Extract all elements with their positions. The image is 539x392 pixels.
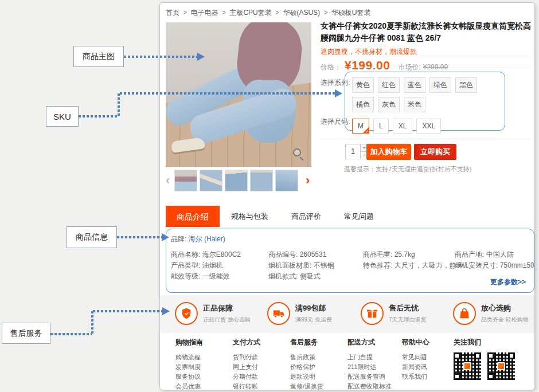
annotation-arrow-line [79,115,118,117]
more-params-link[interactable]: 更多参数>> [490,277,526,287]
zoom-magnifier-icon[interactable] [293,148,304,160]
service-desc: 正品行货 放心选购 [203,316,251,324]
breadcrumb-item[interactable]: 电子电器 [191,9,230,17]
footer-link[interactable]: 售后政策 [290,352,323,362]
footer-link[interactable]: 发票制度 [175,362,203,372]
annotation-arrow-line [124,56,197,58]
footer-link[interactable]: 网上支付 [233,362,260,372]
info-column-4: 商品产地: 中国大陆烟机安装尺寸: 750mm±50mm (烟... [455,249,534,271]
size-option[interactable]: L [373,119,389,134]
series-option[interactable]: 灰色 [378,97,400,112]
breadcrumb-item[interactable]: 华硕(ASUS) [283,9,331,17]
footer-link[interactable]: 分期付款 [233,372,260,382]
service-title: 正品保障 [203,303,251,313]
product-main-image[interactable] [166,22,311,167]
price-label: 价格： [321,63,341,71]
return-policy-tip: 温馨提示：支持7天无理由退货(拆封后不支持) [344,165,471,174]
thumbnail-5[interactable] [275,170,298,191]
footer-link[interactable]: 购物流程 [175,352,203,362]
footer-link[interactable]: 配送服务查询 [347,372,392,382]
annotation-main-image: 商品主图 [73,46,124,67]
market-price-label: 市场价: [398,63,420,71]
footer-link[interactable]: 价格保护 [290,362,323,372]
info-item: 商品产地: 中国大陆 [455,249,534,260]
thumbnails-prev-icon[interactable]: ‹ [166,173,170,189]
info-item: 烟机面板材质: 不锈钢 [268,260,334,271]
annotation-arrowhead [162,307,170,315]
footer-link[interactable]: 银行转帐 [233,382,260,390]
tab-product-intro[interactable]: 商品介绍 [166,206,220,227]
annotation-product-info: 商品信息 [67,226,117,248]
annotation-arrow-line [91,311,93,335]
gift-box-icon [361,302,384,325]
footer-link[interactable]: 返修/退换货 [290,382,323,390]
footer-link[interactable]: 会员优惠 [175,382,203,390]
series-option[interactable]: 红色 [378,77,400,93]
size-option[interactable]: XXL [416,119,441,134]
footer-link[interactable]: 服务协议 [175,372,203,382]
series-option[interactable]: 蓝色 [404,77,425,93]
breadcrumb-item[interactable]: 首页 [166,9,191,17]
service-desc: 品类齐全 轻松购物 [481,316,529,324]
footer-link[interactable]: 配送费收取标准 [347,382,392,390]
brand-label: 品牌: [171,235,186,243]
market-price: ¥299.00 [423,63,448,71]
service-after-sales: 售后无忧 7天无理由退货 [361,302,427,325]
series-option[interactable]: 绿色 [429,77,451,93]
series-option[interactable]: 米色 [404,97,425,112]
truck-icon [267,302,290,325]
footer-link[interactable]: 上门自提 [347,352,392,362]
tab-faq[interactable]: 常见问题 [333,206,385,227]
footer-col-title: 关注我们 [454,338,515,347]
footer-col-delivery: 配送方式 上门自提211限时达配送服务查询配送费收取标准海外配送 [347,338,392,390]
footer-link[interactable]: 联系我们 [402,372,429,382]
thumbnail-1[interactable] [174,170,197,191]
current-price: ¥199.00 [345,58,390,72]
series-option[interactable]: 橘色 [352,97,374,112]
info-item: 产品类型: 油烟机 [171,260,241,271]
qr-logo [497,362,505,370]
footer-link[interactable]: 常见问题 [402,352,429,362]
buy-now-button[interactable]: 立即购买 [414,144,456,160]
annotation-arrowhead [335,89,342,97]
series-option[interactable]: 黄色 [352,77,374,93]
service-easy-shopping: 放心选购 品类齐全 轻松购物 [453,302,529,325]
series-option[interactable]: 黑色 [455,77,477,93]
service-authentic: 正品保障 正品行货 放心选购 [175,302,251,325]
info-item: 商品名称: 海尔E800C2 [171,249,241,260]
info-item: 能效等级: 一级能效 [171,271,241,282]
footer-link[interactable]: 退款说明 [290,372,323,382]
series-options: 黄色红色蓝色绿色黑色橘色灰色米色 [352,77,500,112]
qr-code [487,352,515,380]
product-info-box: 品牌: 海尔 (Haier) 商品名称: 海尔E800C2产品类型: 油烟机能效… [166,229,534,293]
tab-spec-packaging[interactable]: 规格与包装 [220,206,280,227]
footer-link[interactable]: 货到付款 [233,352,260,362]
thumbnail-3[interactable] [225,170,248,191]
info-item: 特色推荐: 大尺寸，大吸力，静音... [363,260,469,271]
size-option[interactable]: M [352,119,369,134]
footer-col-payment: 支付方式 货到付款网上支付分期付款银行转帐 [233,338,260,390]
quantity-input[interactable]: 1 [345,144,361,159]
breadcrumb-item[interactable]: 主板CPU套装 [229,9,283,17]
footer-link[interactable]: 211限时达 [347,362,392,372]
footer-link[interactable]: 新闻资讯 [402,362,429,372]
size-option[interactable]: XL [393,119,413,134]
qr-logo [463,362,471,370]
footer-col-title: 帮助中心 [402,338,429,347]
thumbnails-next-icon[interactable]: › [306,173,310,189]
sku-selection-box: 黄色红色蓝色绿色黑色橘色灰色米色 MLXLXXL [345,72,505,131]
brand-link[interactable]: 海尔 (Haier) [189,235,225,243]
thumbnail-4[interactable] [250,170,273,191]
annotation-arrowhead [162,233,169,241]
thumbnail-2[interactable] [200,170,222,191]
info-column-3: 商品毛重: 25.7kg特色推荐: 大尺寸，大吸力，静音... [363,249,469,271]
info-item: 烟机安装尺寸: 750mm±50mm (烟... [455,260,534,271]
annotation-arrow-line [50,333,92,335]
info-item: 烟机款式: 侧吸式 [268,271,334,282]
product-page-panel: 首页电子电器主板CPU套装华硕(ASUS)华硕板U套装 ‹ [159,2,535,390]
service-desc: 7天无理由退货 [389,316,427,324]
tab-reviews[interactable]: 商品评价 [280,206,333,227]
breadcrumb-item[interactable]: 华硕板U套装 [331,9,371,17]
canvas: 首页电子电器主板CPU套装华硕(ASUS)华硕板U套装 ‹ [0,0,539,392]
add-to-cart-button[interactable]: 加入购物车 [366,144,411,160]
